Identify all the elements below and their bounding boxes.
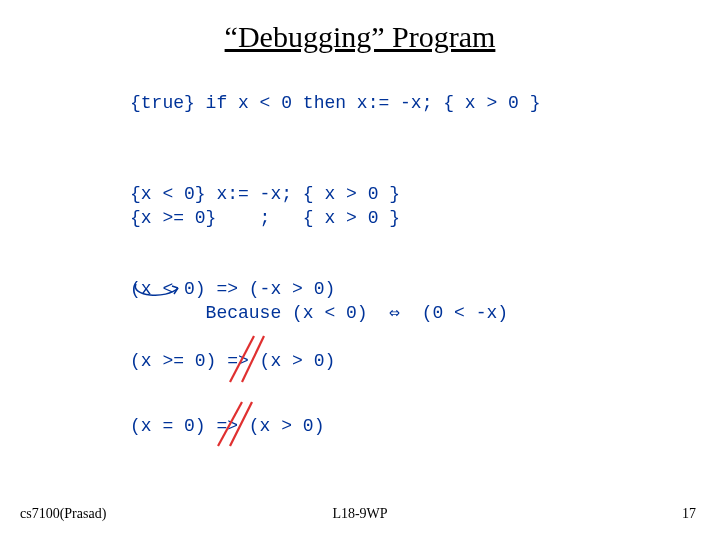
code-block-2: {x < 0} x:= -x; { x > 0 } {x >= 0} ; { x… (130, 160, 400, 230)
page-title: “Debugging” Program (0, 20, 720, 54)
code-line-3b-prefix: Because (x < 0) (130, 303, 389, 323)
code-line-4: (x >= 0) => (x > 0) (130, 350, 335, 373)
curve-arrow-icon (132, 282, 182, 300)
code-line-5: (x = 0) => (x > 0) (130, 415, 324, 438)
footer-center: L18-9WP (0, 506, 720, 522)
code-line-3b-suffix: (0 < -x) (400, 303, 508, 323)
footer-page-number: 17 (682, 506, 696, 522)
code-line-2b: {x >= 0} ; { x > 0 } (130, 208, 400, 228)
iff-symbol: ⇔ (389, 303, 400, 323)
slide: “Debugging” Program {true} if x < 0 then… (0, 0, 720, 540)
code-line-1: {true} if x < 0 then x:= -x; { x > 0 } (130, 92, 540, 115)
code-line-2a: {x < 0} x:= -x; { x > 0 } (130, 184, 400, 204)
code-block-3: (x < 0) => (-x > 0) Because (x < 0) ⇔ (0… (130, 255, 508, 325)
